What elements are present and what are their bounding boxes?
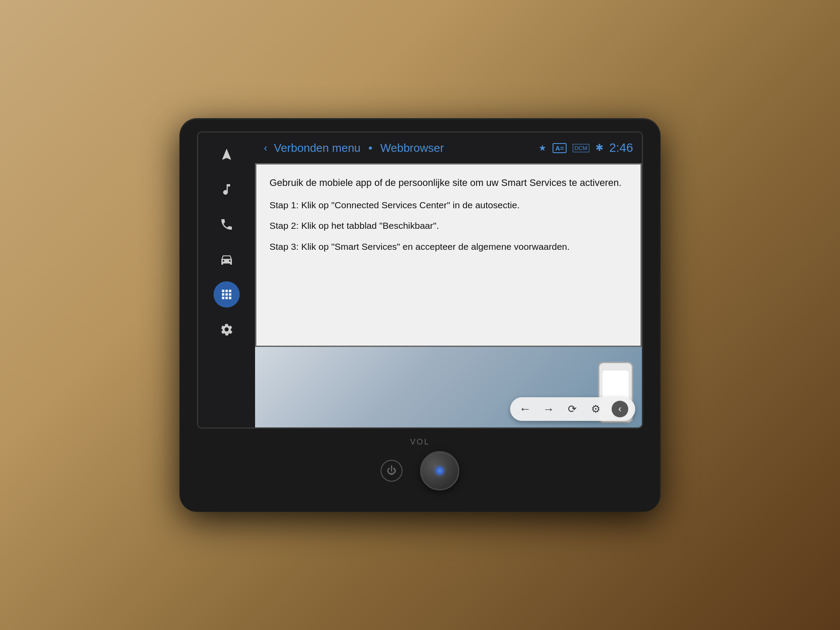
power-button[interactable]: ⏻ (381, 460, 402, 482)
browser-back-button[interactable]: ← (517, 401, 533, 417)
sidebar-item-apps[interactable] (214, 281, 240, 308)
web-content-box: Gebruik de mobiele app of de persoonlijk… (255, 163, 642, 347)
top-bar: ‹ Verbonden menu • Webbrowser ★ A= DCM ✱… (255, 133, 642, 163)
power-icon: ⏻ (387, 465, 396, 476)
vol-label: VOL (410, 438, 430, 447)
breadcrumb-browser: Webbrowser (380, 141, 444, 155)
sidebar (198, 133, 255, 427)
sidebar-item-car[interactable] (214, 246, 240, 273)
status-bar: ★ A= DCM ✱ 2:46 (539, 141, 633, 155)
clock-display: 2:46 (609, 141, 634, 155)
sidebar-item-navigation[interactable] (214, 141, 240, 168)
bottom-controls: VOL ⏻ (192, 438, 648, 490)
dcm-status-icon: DCM (573, 144, 589, 152)
back-button[interactable]: ‹ (264, 142, 267, 154)
browser-refresh-button[interactable]: ⟳ (564, 401, 580, 417)
web-intro-text: Gebruik de mobiele app of de persoonlijk… (270, 175, 627, 190)
browser-settings-button[interactable]: ⚙ (588, 401, 604, 417)
infotainment-unit: ‹ Verbonden menu • Webbrowser ★ A= DCM ✱… (179, 118, 661, 512)
sidebar-item-phone[interactable] (214, 211, 240, 238)
sidebar-item-music[interactable] (214, 176, 240, 203)
main-content: ‹ Verbonden menu • Webbrowser ★ A= DCM ✱… (255, 133, 642, 427)
volume-knob[interactable] (420, 451, 459, 490)
screen: ‹ Verbonden menu • Webbrowser ★ A= DCM ✱… (197, 131, 643, 429)
web-step2-text: Stap 2: Klik op het tabblad "Beschikbaar… (270, 219, 627, 232)
wifi-icon: ★ (539, 143, 546, 153)
web-step1-text: Stap 1: Klik op "Connected Services Cent… (270, 199, 627, 211)
volume-knob-indicator (435, 466, 444, 475)
browser-controls: ← → ⟳ ⚙ ‹ (510, 397, 635, 421)
controls-row: ⏻ (381, 451, 459, 490)
sidebar-item-settings[interactable] (214, 316, 240, 343)
web-step3-text: Stap 3: Klik op "Smart Services" en acce… (270, 240, 627, 253)
audio-status-icon: A= (553, 143, 567, 153)
bluetooth-icon: ✱ (595, 142, 603, 154)
breadcrumb-separator: • (368, 141, 372, 155)
browser-area: Gebruik de mobiele app of de persoonlijk… (255, 163, 642, 427)
browser-collapse-button[interactable]: ‹ (612, 401, 628, 417)
breadcrumb-connected: Verbonden menu (274, 141, 360, 155)
browser-forward-button[interactable]: → (541, 401, 556, 417)
